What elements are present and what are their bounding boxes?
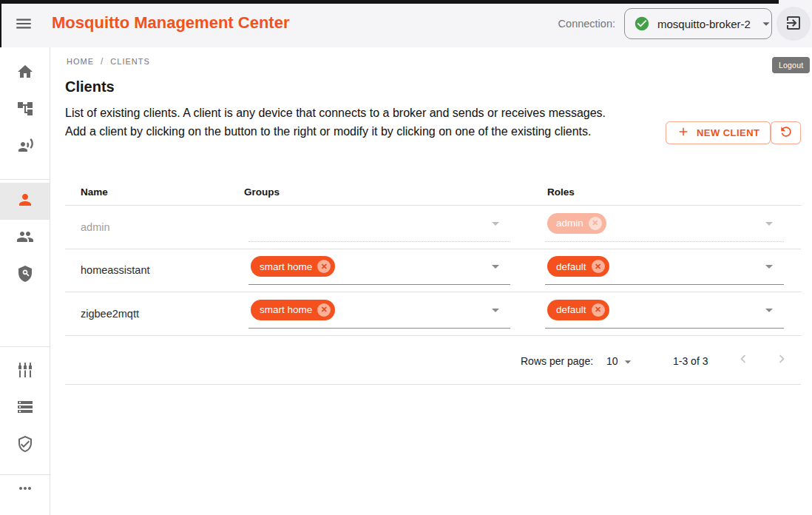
topic-tree-icon	[16, 100, 34, 121]
client-name: homeassistant	[81, 264, 150, 276]
person-icon	[16, 191, 34, 212]
storage-icon	[16, 398, 34, 419]
groups-select[interactable]: smart home✕	[248, 299, 510, 329]
screen: Mosquitto Management Center Connection: …	[0, 0, 812, 515]
sidebar-item-connections[interactable]	[0, 129, 50, 166]
home-icon	[16, 63, 34, 84]
chip-delete-icon[interactable]: ✕	[592, 260, 605, 273]
caret-down-icon	[487, 301, 504, 322]
groups-select	[248, 212, 510, 242]
policy-icon	[16, 265, 34, 286]
people-icon	[16, 228, 34, 249]
rows-per-page-select[interactable]: 10	[606, 355, 618, 367]
tune-icon	[16, 361, 34, 382]
new-client-label: NEW CLIENT	[697, 127, 759, 138]
chip-delete-icon[interactable]: ✕	[317, 260, 331, 273]
sidebar-item-topic-tree[interactable]	[0, 92, 50, 129]
caret-down-icon	[760, 258, 778, 278]
client-row-homeassistant[interactable]: homeassistantsmart home✕default✕	[65, 249, 801, 293]
chip-default[interactable]: default✕	[547, 256, 609, 277]
chip-admin: admin✕	[547, 213, 606, 234]
caret-down-icon	[760, 301, 778, 322]
client-row-zigbee2mqtt[interactable]: zigbee2mqttsmart home✕default✕	[65, 292, 801, 336]
page-title: Clients	[65, 78, 115, 95]
connection-label: Connection:	[558, 18, 615, 30]
chip-default[interactable]: default✕	[547, 300, 609, 320]
page-description: List of existing clients. A client is an…	[65, 104, 614, 141]
sidebar-item-streams[interactable]	[0, 390, 50, 427]
sidebar	[0, 47, 50, 515]
connection-select[interactable]: mosquitto-broker-2	[624, 8, 772, 39]
chip-label: admin	[556, 218, 583, 229]
menu-button[interactable]	[13, 14, 35, 33]
chip-label: default	[556, 304, 586, 315]
breadcrumb-home[interactable]: HOME	[67, 57, 94, 66]
logout-button[interactable]	[777, 7, 811, 41]
roles-select: admin✕	[545, 212, 784, 242]
window-left-edge	[0, 0, 1, 49]
column-header-name: Name	[81, 186, 108, 198]
caret-down-icon[interactable]	[620, 354, 635, 371]
logout-tooltip: Logout	[772, 57, 810, 73]
sidebar-item-clients[interactable]	[0, 183, 50, 220]
chip-delete-icon: ✕	[589, 217, 602, 230]
client-row-admin: adminadmin✕	[65, 206, 801, 249]
refresh-icon	[779, 124, 794, 141]
sidebar-item-settings[interactable]	[0, 353, 50, 390]
exit-to-app-icon	[785, 14, 802, 34]
menu-icon	[14, 24, 33, 36]
breadcrumb-separator: /	[101, 56, 104, 67]
pagination-range: 1-3 of 3	[673, 355, 708, 367]
sidebar-item-more[interactable]	[0, 475, 50, 505]
table-body: adminadmin✕homeassistantsmart home✕defau…	[65, 206, 801, 336]
sidebar-item-roles[interactable]	[0, 257, 50, 294]
groups-select[interactable]: smart home✕	[248, 255, 510, 285]
main-content: HOME / CLIENTS Logout Clients List of ex…	[50, 47, 812, 515]
sidebar-section	[0, 47, 50, 166]
sidebar-section	[0, 179, 50, 294]
chevron-left-icon	[735, 351, 751, 369]
client-name: admin	[81, 221, 110, 233]
chip-smart-home[interactable]: smart home✕	[251, 256, 335, 277]
sidebar-section	[0, 474, 50, 505]
caret-down-icon	[487, 215, 504, 235]
sidebar-item-groups[interactable]	[0, 220, 50, 257]
app-bar: Mosquitto Management Center Connection: …	[0, 0, 812, 47]
connection-value: mosquitto-broker-2	[657, 18, 751, 30]
verified-user-icon	[16, 435, 34, 456]
pagination: Rows per page: 10 1-3 of 3	[65, 336, 801, 385]
connection-status-icon	[634, 16, 650, 32]
new-client-button[interactable]: NEW CLIENT	[666, 121, 771, 144]
caret-down-icon	[758, 16, 774, 32]
sidebar-section	[0, 346, 50, 464]
window-top-edge	[0, 0, 779, 4]
sidebar-item-security[interactable]	[0, 427, 50, 464]
rows-per-page-label: Rows per page:	[521, 355, 593, 367]
chip-label: default	[556, 261, 586, 272]
chip-smart-home[interactable]: smart home✕	[251, 300, 335, 320]
next-page-button[interactable]	[768, 347, 795, 374]
roles-select[interactable]: default✕	[545, 299, 784, 329]
breadcrumb-clients: CLIENTS	[110, 57, 149, 66]
client-name: zigbee2mqtt	[81, 308, 139, 320]
chip-delete-icon[interactable]: ✕	[592, 303, 605, 317]
chip-delete-icon[interactable]: ✕	[317, 303, 331, 317]
caret-down-icon	[487, 258, 504, 278]
plus-icon	[677, 125, 690, 141]
column-header-groups: Groups	[244, 186, 280, 198]
column-header-roles: Roles	[547, 186, 575, 198]
refresh-button[interactable]	[771, 121, 801, 144]
record-voice-icon	[16, 137, 34, 158]
table-header: Name Groups Roles	[65, 180, 801, 206]
caret-down-icon	[760, 215, 778, 235]
more-horiz-icon	[16, 479, 34, 500]
app-title: Mosquitto Management Center	[52, 13, 289, 33]
chip-label: smart home	[260, 304, 312, 315]
chip-label: smart home	[260, 261, 312, 272]
previous-page-button[interactable]	[730, 347, 757, 374]
clients-table: Name Groups Roles adminadmin✕homeassista…	[65, 180, 801, 385]
roles-select[interactable]: default✕	[545, 255, 784, 285]
chevron-right-icon	[774, 351, 790, 369]
sidebar-item-home[interactable]	[0, 55, 50, 92]
topbar-right: Connection: mosquitto-broker-2	[558, 0, 812, 47]
